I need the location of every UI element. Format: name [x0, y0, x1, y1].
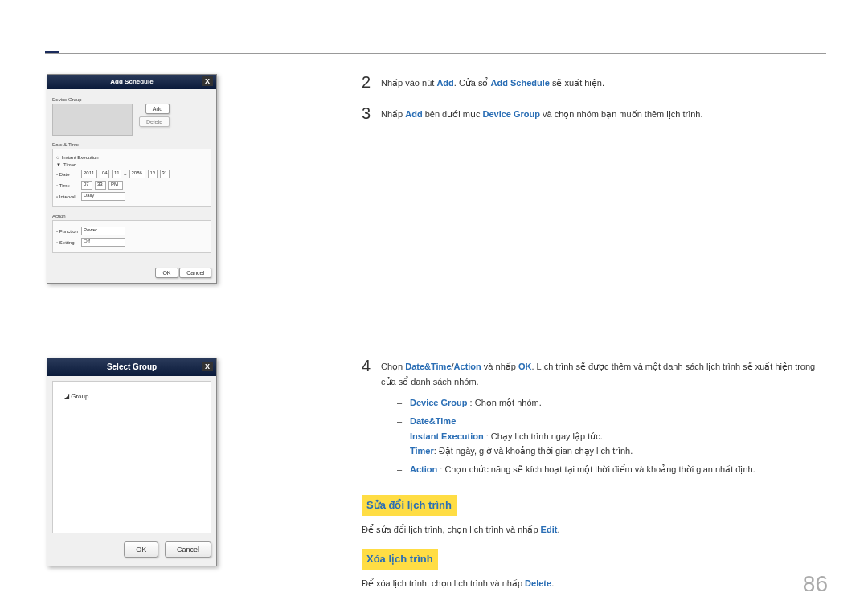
- step-text: Nhấp vào nút Add. Cửa sổ Add Schedule sẽ…: [381, 74, 828, 91]
- sub-list: – Device Group : Chọn một nhóm. – Date&T…: [381, 395, 828, 476]
- dialog-footer: OK Cancel: [52, 541, 211, 558]
- section-text: Để sửa đổi lịch trình, chọn lịch trình v…: [362, 522, 828, 537]
- date-label: ▫ Date: [56, 172, 79, 177]
- dialog-title: Select Group: [107, 362, 157, 371]
- ok-button[interactable]: OK: [155, 268, 178, 278]
- section-text: Để xóa lịch trình, chọn lịch trình và nh…: [362, 576, 828, 591]
- sub-item-datetime: – Date&Time Instant Execution : Chạy lịc…: [397, 414, 828, 459]
- step-3: 3 Nhấp Add bên dưới mục Device Group và …: [362, 105, 828, 122]
- group-label: Group: [71, 393, 88, 400]
- cancel-button[interactable]: Cancel: [179, 268, 211, 278]
- cancel-button[interactable]: Cancel: [165, 541, 211, 558]
- header-rule: [45, 53, 826, 54]
- section-heading: Xóa lịch trình: [362, 549, 438, 570]
- dialog-body: Device Group Add Delete Date & Time ○Ins…: [47, 89, 216, 283]
- dash-icon: –: [397, 395, 410, 411]
- sub-item-action: – Action : Chọn chức năng sẽ kích hoạt t…: [397, 462, 828, 477]
- time-label: ▫ Time: [56, 183, 79, 188]
- date-to-month[interactable]: 13: [148, 170, 158, 178]
- step-4: 4 Chọn Date&Time/Action và nhấp OK. Lịch…: [362, 358, 828, 480]
- group-item[interactable]: ◢ Group: [59, 388, 204, 405]
- time-minute[interactable]: 33: [95, 181, 106, 190]
- setting-select[interactable]: Off: [81, 238, 125, 247]
- instructions-upper: 2 Nhấp vào nút Add. Cửa sổ Add Schedule …: [362, 74, 828, 136]
- interval-select[interactable]: Daily: [81, 192, 125, 201]
- instant-execution-label: Instant Execution: [62, 155, 99, 160]
- timer-expand[interactable]: ▼: [56, 162, 61, 167]
- date-to-year[interactable]: 2086: [129, 170, 145, 178]
- function-label: ▫ Function: [56, 229, 79, 234]
- delete-button[interactable]: Delete: [139, 116, 170, 127]
- dialog-title-bar: Add Schedule X: [47, 75, 216, 89]
- step-2: 2 Nhấp vào nút Add. Cửa sổ Add Schedule …: [362, 74, 828, 91]
- screenshot-select-group: Select Group X ◢ Group OK Cancel: [47, 358, 217, 566]
- step-text: Chọn Date&Time/Action và nhấp OK. Lịch t…: [381, 358, 828, 480]
- date-from-year[interactable]: 2011: [81, 170, 97, 178]
- date-range-tilde: ~: [124, 172, 127, 177]
- dash-icon: –: [397, 462, 410, 477]
- setting-label: ▫ Setting: [56, 240, 79, 245]
- dialog-footer: OK Cancel: [155, 268, 211, 278]
- function-select[interactable]: Power: [81, 227, 125, 235]
- section-edit-schedule: Sửa đổi lịch trình Để sửa đổi lịch trình…: [362, 495, 828, 537]
- add-button[interactable]: Add: [145, 104, 170, 114]
- device-group-box: [52, 104, 133, 136]
- group-tree[interactable]: ◢ Group: [52, 381, 211, 533]
- step-number: 2: [362, 74, 381, 90]
- dialog-title: Add Schedule: [110, 78, 153, 85]
- close-icon[interactable]: X: [202, 76, 213, 86]
- section-action: Action: [52, 214, 211, 219]
- dash-icon: –: [397, 414, 410, 429]
- tree-collapse-icon[interactable]: ◢: [64, 393, 69, 400]
- section-delete-schedule: Xóa lịch trình Để xóa lịch trình, chọn l…: [362, 549, 828, 591]
- section-datetime: Date & Time: [52, 142, 211, 147]
- page-number: 86: [803, 571, 828, 597]
- time-ampm[interactable]: PM: [108, 181, 123, 190]
- section-heading: Sửa đổi lịch trình: [362, 495, 457, 516]
- time-hour[interactable]: 07: [81, 181, 92, 190]
- date-to-day[interactable]: 31: [160, 170, 170, 178]
- screenshot-add-schedule: Add Schedule X Device Group Add Delete D…: [47, 74, 217, 284]
- close-icon[interactable]: X: [202, 362, 213, 371]
- instructions-lower: 4 Chọn Date&Time/Action và nhấp OK. Lịch…: [362, 358, 828, 591]
- date-from-month[interactable]: 04: [100, 170, 109, 178]
- step-number: 4: [362, 358, 381, 374]
- timer-label: Timer: [63, 162, 76, 167]
- interval-label: ▫ Interval: [56, 194, 79, 199]
- dialog-body: ◢ Group OK Cancel: [47, 376, 216, 566]
- step-number: 3: [362, 105, 381, 121]
- instant-execution-radio[interactable]: ○: [56, 155, 59, 160]
- section-device-group: Device Group: [52, 97, 211, 102]
- dialog-title-bar: Select Group X: [47, 358, 216, 376]
- sub-item-device-group: – Device Group : Chọn một nhóm.: [397, 395, 828, 411]
- date-from-day[interactable]: 11: [112, 170, 121, 178]
- step-text: Nhấp Add bên dưới mục Device Group và ch…: [381, 105, 828, 122]
- ok-button[interactable]: OK: [124, 541, 158, 558]
